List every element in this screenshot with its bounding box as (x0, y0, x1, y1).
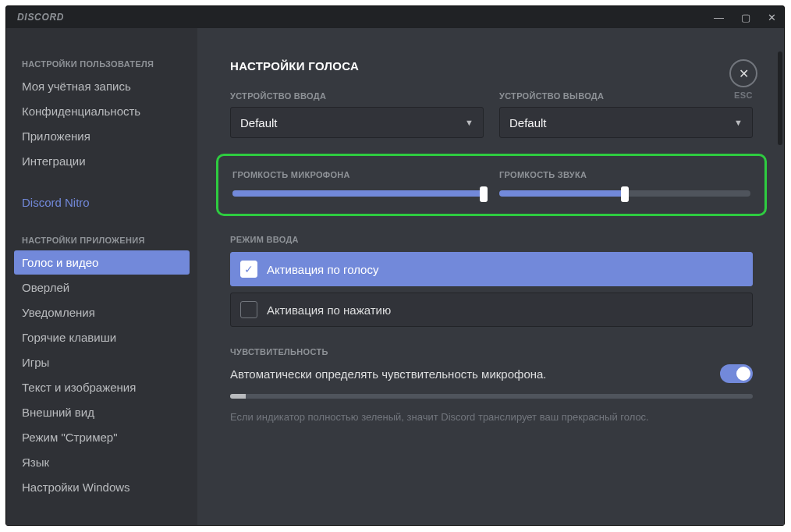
sidebar-item-privacy[interactable]: Конфиденциальность (14, 99, 190, 123)
window-controls: — ▢ ✕ (714, 12, 776, 23)
output-volume-label: ГРОМКОСТЬ ЗВУКА (499, 170, 750, 179)
sidebar-item-nitro[interactable]: Discord Nitro (14, 190, 190, 215)
input-device-label: УСТРОЙСТВО ВВОДА (230, 91, 484, 101)
output-device-label: УСТРОЙСТВО ВЫВОДА (499, 91, 753, 101)
sidebar-item-overlay[interactable]: Оверлей (14, 275, 190, 300)
chevron-down-icon: ▼ (734, 118, 743, 127)
settings-sidebar: НАСТРОЙКИ ПОЛЬЗОВАТЕЛЯ Моя учётная запис… (6, 28, 197, 525)
sidebar-section-app: НАСТРОЙКИ ПРИЛОЖЕНИЯ (14, 231, 190, 250)
volume-section-highlight: ГРОМКОСТЬ МИКРОФОНА ГРОМКОСТЬ ЗВУКА (216, 154, 767, 216)
auto-sensitivity-toggle[interactable] (720, 364, 753, 383)
settings-content: ✕ ESC НАСТРОЙКИ ГОЛОСА УСТРОЙСТВО ВВОДА … (197, 28, 784, 525)
sidebar-item-voice-video[interactable]: Голос и видео (14, 250, 190, 275)
close-label: ESC (734, 90, 753, 100)
window-close-button[interactable]: ✕ (768, 12, 776, 23)
sidebar-item-apps[interactable]: Приложения (14, 124, 190, 148)
sensitivity-label: ЧУВСТВИТЕЛЬНОСТЬ (230, 347, 753, 356)
sensitivity-hint: Если индикатор полностью зеленый, значит… (230, 411, 753, 423)
mic-volume-slider[interactable] (232, 190, 484, 197)
output-device-select[interactable]: Default ▼ (499, 107, 753, 138)
input-mode-push[interactable]: ✓Активация по нажатию (230, 293, 753, 327)
close-icon: ✕ (739, 66, 749, 81)
mic-volume-label: ГРОМКОСТЬ МИКРОФОНА (232, 170, 484, 179)
radio-label: Активация по нажатию (267, 303, 391, 317)
sidebar-item-language[interactable]: Язык (14, 450, 190, 474)
close-settings-button[interactable]: ✕ ESC (729, 59, 757, 100)
input-mode-voice[interactable]: ✓Активация по голосу (230, 252, 753, 286)
maximize-button[interactable]: ▢ (741, 12, 750, 23)
sidebar-item-windows[interactable]: Настройки Windows (14, 475, 190, 499)
auto-sensitivity-text: Автоматически определять чувствительност… (230, 367, 547, 381)
sidebar-section-user: НАСТРОЙКИ ПОЛЬЗОВАТЕЛЯ (14, 55, 190, 73)
sidebar-item-appearance[interactable]: Внешний вид (14, 400, 190, 424)
minimize-button[interactable]: — (714, 12, 724, 23)
titlebar: DISCORD — ▢ ✕ (6, 6, 784, 28)
app-window: DISCORD — ▢ ✕ НАСТРОЙКИ ПОЛЬЗОВАТЕЛЯ Моя… (5, 5, 785, 526)
output-device-value: Default (509, 116, 547, 129)
app-title: DISCORD (17, 12, 64, 23)
toggle-knob (736, 367, 750, 381)
sidebar-item-hotkeys[interactable]: Горячие клавиши (14, 325, 190, 349)
sidebar-item-integrations[interactable]: Интеграции (14, 149, 190, 173)
checkbox-icon: ✓ (240, 301, 257, 318)
chevron-down-icon: ▼ (465, 118, 474, 127)
sidebar-item-text-images[interactable]: Текст и изображения (14, 375, 190, 399)
mic-volume-thumb[interactable] (480, 186, 488, 202)
output-volume-thumb[interactable] (621, 186, 629, 202)
sidebar-item-account[interactable]: Моя учётная запись (14, 74, 190, 98)
input-device-select[interactable]: Default ▼ (230, 107, 484, 138)
checkbox-icon: ✓ (240, 261, 257, 278)
page-title: НАСТРОЙКИ ГОЛОСА (230, 59, 753, 73)
sidebar-item-streamer[interactable]: Режим "Стример" (14, 425, 190, 449)
output-volume-slider[interactable] (499, 190, 750, 197)
sensitivity-meter (230, 394, 753, 399)
input-mode-label: РЕЖИМ ВВОДА (230, 235, 753, 244)
input-device-value: Default (240, 116, 278, 129)
content-scrollbar[interactable] (778, 51, 782, 145)
radio-label: Активация по голосу (267, 263, 378, 276)
sidebar-item-notifications[interactable]: Уведомления (14, 300, 190, 325)
sidebar-item-games[interactable]: Игры (14, 350, 190, 374)
